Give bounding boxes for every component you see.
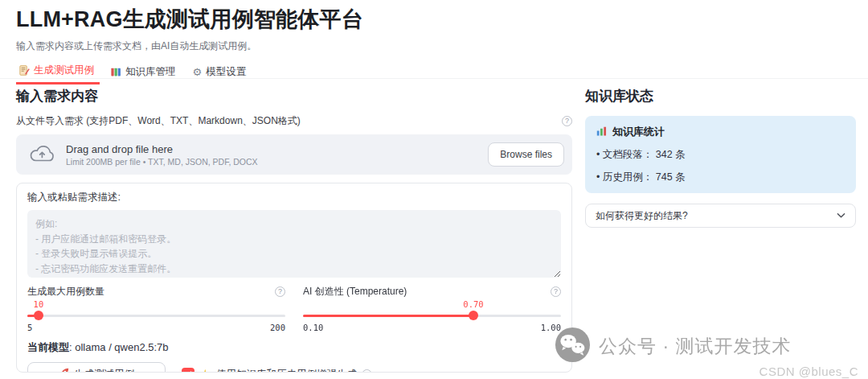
gear-icon: ⚙ [193, 67, 203, 77]
enhance-checkbox-label[interactable]: 使用知识库和历史用例增强生成 [216, 368, 357, 373]
requirement-label: 输入或粘贴需求描述: [27, 191, 561, 204]
max-cases-slider-thumb[interactable] [34, 311, 43, 320]
watermark-csdn-text: CSDN @blues_C [555, 365, 858, 378]
chevron-down-icon [837, 210, 845, 221]
max-cases-slider-label: 生成最大用例数量 [27, 285, 104, 299]
tab-model-settings[interactable]: ⚙ 模型设置 [190, 62, 252, 84]
help-icon[interactable]: ? [362, 369, 372, 373]
tips-expander[interactable]: 如何获得更好的结果? [585, 204, 856, 228]
max-cases-slider-track[interactable] [32, 311, 280, 320]
temperature-slider-label: AI 创造性 (Temperature) [303, 285, 407, 299]
tab-generate-cases[interactable]: 生成测试用例 [16, 62, 100, 84]
watermark-row: 公众号 · 测试开发技术 [555, 327, 858, 366]
dropzone-limit: Limit 200MB per file • TXT, MD, JSON, PD… [66, 157, 258, 167]
app-page: LLM+RAG生成测试用例智能体平台 输入需求内容或上传需求文档，由AI自动生成… [0, 0, 868, 379]
kb-stats-box: 知识库统计 • 文档段落： 342 条 • 历史用例： 745 条 [585, 116, 856, 193]
cloud-upload-icon [29, 143, 55, 167]
file-dropzone[interactable]: Drag and drop file here Limit 200MB per … [16, 134, 572, 175]
tab-label: 知识库管理 [125, 65, 176, 79]
file-import-label: 从文件导入需求 (支持PDF、Word、TXT、Markdown、JSON格式) [16, 114, 301, 128]
dropzone-texts: Drag and drop file here Limit 200MB per … [66, 143, 258, 167]
generate-button-label: 生成测试用例 [74, 368, 134, 373]
actions-row: 生成测试用例 使用知识库和历史用例增强生成 ? [27, 362, 561, 373]
wechat-icon [555, 327, 591, 366]
books-icon [111, 67, 121, 77]
help-icon[interactable]: ? [275, 286, 285, 297]
check-icon [184, 371, 192, 373]
enhance-checkbox[interactable] [182, 368, 194, 373]
kb-stat-cases: • 历史用例： 745 条 [596, 171, 845, 184]
help-icon[interactable]: ? [562, 116, 572, 126]
kb-status-title: 知识库状态 [585, 87, 856, 105]
kb-stats-title: 知识库统计 [612, 125, 665, 139]
requirement-textarea[interactable] [27, 210, 561, 278]
rocket-icon [59, 368, 69, 373]
kb-status-panel: 知识库状态 知识库统计 • 文档段落： 342 条 • 历史用例： 745 条 … [585, 87, 856, 228]
watermark-wechat-text: 公众号 · 测试开发技术 [599, 334, 791, 359]
kb-stats-header: 知识库统计 [596, 125, 845, 139]
max-cases-slider-max: 200 [270, 323, 285, 332]
temperature-slider-track[interactable] [308, 311, 556, 320]
dropzone-title: Drag and drop file here [66, 143, 258, 155]
requirement-card: 输入或粘贴需求描述: 生成最大用例数量 ? 10 5 200 [16, 183, 572, 373]
page-title: LLM+RAG生成测试用例智能体平台 [16, 5, 363, 34]
kb-stat-docs: • 文档段落： 342 条 [596, 148, 845, 162]
file-import-row: 从文件导入需求 (支持PDF、Word、TXT、Markdown、JSON格式)… [16, 114, 572, 128]
tips-expander-label: 如何获得更好的结果? [596, 209, 688, 223]
memo-icon [19, 65, 30, 76]
sparkles-icon [201, 369, 212, 373]
max-cases-slider[interactable]: 生成最大用例数量 ? 10 5 200 [27, 285, 285, 332]
watermark: 公众号 · 测试开发技术 CSDN @blues_C [555, 327, 858, 378]
help-icon[interactable]: ? [551, 286, 561, 297]
max-cases-slider-min: 5 [27, 323, 32, 332]
tab-bar: 生成测试用例 知识库管理 ⚙ 模型设置 [16, 62, 252, 84]
slider-row: 生成最大用例数量 ? 10 5 200 AI 创造性 (Temp [27, 285, 561, 332]
current-model-value: : ollama / qwen2.5:7b [69, 341, 169, 353]
tab-label: 生成测试用例 [34, 64, 94, 77]
max-cases-slider-value: 10 [34, 299, 44, 309]
current-model-line: 当前模型: ollama / qwen2.5:7b [27, 340, 561, 355]
main-panel: 输入需求内容 从文件导入需求 (支持PDF、Word、TXT、Markdown、… [16, 87, 572, 373]
page-subtitle: 输入需求内容或上传需求文档，由AI自动生成测试用例。 [16, 39, 256, 53]
section-title: 输入需求内容 [16, 87, 572, 105]
current-model-label: 当前模型 [27, 341, 69, 353]
tab-knowledge-base[interactable]: 知识库管理 [108, 62, 182, 84]
bar-chart-icon [596, 126, 607, 138]
temperature-slider-thumb[interactable] [469, 311, 478, 320]
generate-button[interactable]: 生成测试用例 [27, 362, 166, 373]
browse-files-button[interactable]: Browse files [488, 142, 564, 167]
temperature-slider-min: 0.10 [303, 323, 323, 332]
temperature-slider-value: 0.70 [463, 299, 483, 309]
temperature-slider[interactable]: AI 创造性 (Temperature) ? 0.70 0.10 1.00 [303, 285, 561, 332]
tab-label: 模型设置 [206, 65, 246, 79]
